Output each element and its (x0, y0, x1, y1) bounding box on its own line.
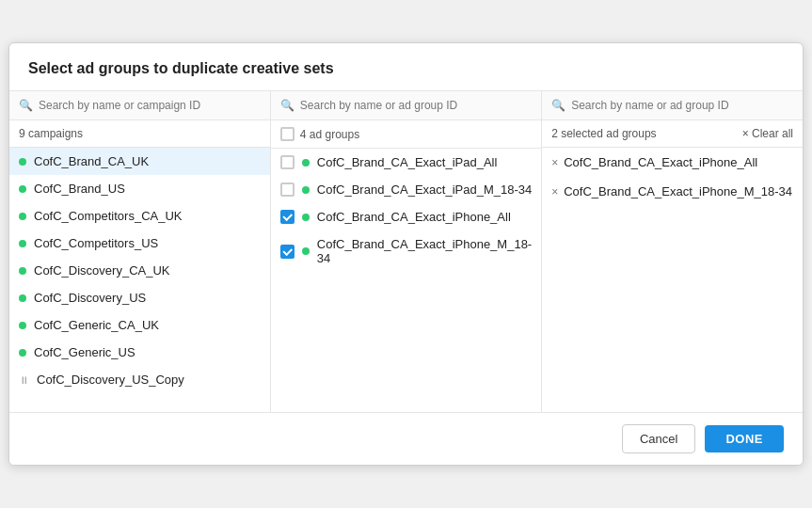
campaign-item-1[interactable]: CofC_Brand_US (9, 175, 270, 202)
status-dot-2 (19, 213, 26, 220)
adgroup-dot-1 (302, 186, 310, 194)
campaign-item-4[interactable]: CofC_Discovery_CA_UK (9, 257, 270, 284)
campaigns-count: 9 campaigns (19, 127, 83, 140)
adgroup-checkbox-3[interactable] (280, 245, 295, 259)
selected-search-icon: 🔍 (551, 99, 565, 112)
adgroup-dot-0 (302, 159, 310, 167)
adgroups-search-icon: 🔍 (280, 99, 295, 112)
status-dot-1 (19, 185, 26, 193)
adgroup-dot-3 (302, 247, 310, 255)
campaign-name-8: CofC_Discovery_US_Copy (37, 373, 184, 387)
adgroup-item-0[interactable]: CofC_Brand_CA_Exact_iPad_All (271, 149, 541, 176)
selected-search-input[interactable] (571, 99, 793, 112)
adgroup-name-1: CofC_Brand_CA_Exact_iPad_M_18-34 (317, 183, 532, 197)
adgroup-name-0: CofC_Brand_CA_Exact_iPad_All (317, 155, 498, 169)
campaign-item-2[interactable]: CofC_Competitors_CA_UK (9, 202, 270, 230)
campaign-name-2: CofC_Competitors_CA_UK (34, 209, 183, 223)
adgroup-item-2[interactable]: CofC_Brand_CA_Exact_iPhone_All (271, 203, 541, 230)
adgroup-checkbox-0[interactable] (280, 155, 295, 169)
campaigns-column: 🔍 9 campaigns CofC_Brand_CA_UK CofC_Bran… (9, 91, 271, 412)
campaign-name-0: CofC_Brand_CA_UK (34, 154, 149, 168)
clear-all-button[interactable]: × Clear all (742, 127, 793, 140)
adgroup-item-3[interactable]: CofC_Brand_CA_Exact_iPhone_M_18-34 (271, 230, 541, 272)
adgroups-count: 4 ad groups (300, 128, 359, 141)
status-dot-5 (19, 294, 26, 302)
status-dot-3 (19, 240, 26, 247)
campaign-item-5[interactable]: CofC_Discovery_US (9, 284, 270, 311)
campaign-name-5: CofC_Discovery_US (34, 291, 146, 305)
campaign-item-3[interactable]: CofC_Competitors_US (9, 230, 270, 257)
campaign-name-6: CofC_Generic_CA_UK (34, 318, 159, 332)
remove-selected-1[interactable]: × (551, 185, 558, 198)
campaign-item-7[interactable]: CofC_Generic_US (9, 339, 270, 366)
campaign-name-3: CofC_Competitors_US (34, 236, 158, 250)
campaign-name-1: CofC_Brand_US (34, 182, 125, 196)
campaigns-search-icon: 🔍 (19, 99, 33, 112)
status-dot-6 (19, 322, 26, 329)
adgroup-checkbox-1[interactable] (280, 183, 295, 197)
campaign-name-4: CofC_Discovery_CA_UK (34, 263, 170, 278)
campaigns-header: 9 campaigns (9, 120, 270, 148)
campaign-name-7: CofC_Generic_US (34, 345, 135, 359)
campaign-item-8[interactable]: ⏸ CofC_Discovery_US_Copy (9, 366, 270, 393)
campaign-item-6[interactable]: CofC_Generic_CA_UK (9, 311, 270, 339)
adgroups-select-all-checkbox[interactable] (280, 127, 295, 141)
done-button[interactable]: DONE (705, 425, 784, 452)
adgroups-list: CofC_Brand_CA_Exact_iPad_All CofC_Brand_… (271, 149, 541, 412)
selected-header: 2 selected ad groups × Clear all (542, 120, 803, 148)
status-dot-7 (19, 349, 26, 357)
adgroup-dot-2 (302, 214, 310, 221)
dialog: Select ad groups to duplicate creative s… (8, 42, 804, 466)
dialog-header: Select ad groups to duplicate creative s… (9, 43, 803, 91)
remove-selected-0[interactable]: × (551, 156, 558, 169)
selected-column: 🔍 2 selected ad groups × Clear all × Cof… (542, 91, 803, 412)
paused-icon-8: ⏸ (19, 374, 29, 386)
campaign-item-0[interactable]: CofC_Brand_CA_UK (9, 148, 270, 175)
adgroup-name-2: CofC_Brand_CA_Exact_iPhone_All (317, 210, 511, 224)
campaigns-search-box[interactable]: 🔍 (9, 91, 270, 120)
campaigns-search-input[interactable] (39, 99, 261, 112)
adgroups-column: 🔍 4 ad groups CofC_Brand_CA_Exact_iPad_A… (271, 91, 542, 412)
selected-list: × CofC_Brand_CA_Exact_iPhone_All × CofC_… (542, 148, 803, 412)
adgroup-checkbox-2[interactable] (280, 210, 295, 224)
adgroups-header: 4 ad groups (271, 120, 541, 149)
selected-search-box[interactable]: 🔍 (542, 91, 803, 120)
status-dot-0 (19, 158, 26, 166)
selected-name-1: CofC_Brand_CA_Exact_iPhone_M_18-34 (564, 184, 792, 198)
dialog-footer: Cancel DONE (9, 413, 803, 465)
selected-item-0: × CofC_Brand_CA_Exact_iPhone_All (542, 148, 803, 177)
dialog-title: Select ad groups to duplicate creative s… (28, 60, 784, 77)
adgroup-name-3: CofC_Brand_CA_Exact_iPhone_M_18-34 (317, 237, 532, 265)
adgroup-item-1[interactable]: CofC_Brand_CA_Exact_iPad_M_18-34 (271, 176, 541, 203)
campaigns-list: CofC_Brand_CA_UK CofC_Brand_US CofC_Comp… (9, 148, 270, 412)
selected-count: 2 selected ad groups (551, 127, 656, 140)
selected-name-0: CofC_Brand_CA_Exact_iPhone_All (564, 155, 757, 169)
columns-wrapper: 🔍 9 campaigns CofC_Brand_CA_UK CofC_Bran… (9, 91, 803, 413)
adgroups-search-box[interactable]: 🔍 (271, 91, 541, 120)
status-dot-4 (19, 267, 26, 275)
adgroups-search-input[interactable] (300, 99, 532, 112)
selected-item-1: × CofC_Brand_CA_Exact_iPhone_M_18-34 (542, 177, 803, 206)
cancel-button[interactable]: Cancel (622, 424, 695, 453)
